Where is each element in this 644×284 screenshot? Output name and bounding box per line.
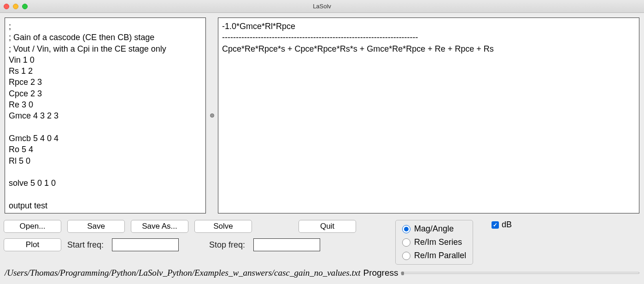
saveas-button[interactable]: Save As...	[131, 220, 188, 233]
start-freq-label: Start freq:	[67, 240, 104, 250]
radio-mag-angle[interactable]: Mag/Angle	[402, 224, 466, 234]
editor-textarea[interactable]	[5, 18, 206, 213]
progress-bar	[401, 272, 639, 274]
db-checkbox-label: dB	[502, 220, 512, 230]
filepath-label: /Users/Thomas/Programming/Python/LaSolv_…	[5, 268, 360, 278]
radio-unchecked-icon	[402, 252, 410, 260]
radio-reim-series[interactable]: Re/Im Series	[402, 237, 466, 247]
radio-checked-icon	[402, 225, 410, 233]
stop-freq-input[interactable]	[253, 238, 320, 251]
output-panel: -1.0*Gmce*Rl*Rpce ----------------------…	[218, 18, 639, 213]
open-button[interactable]: Open...	[4, 220, 61, 233]
radio-reim-parallel[interactable]: Re/Im Parallel	[402, 251, 466, 260]
radio-reim-series-label: Re/Im Series	[414, 237, 462, 247]
radio-mag-angle-label: Mag/Angle	[414, 224, 454, 234]
traffic-lights	[4, 4, 28, 9]
save-button[interactable]: Save	[67, 220, 125, 233]
minimize-icon[interactable]	[13, 4, 18, 9]
controls-area: Open... Save Save As... Solve Quit Plot …	[0, 218, 644, 266]
checkbox-checked-icon: ✓	[492, 221, 499, 229]
radio-unchecked-icon	[402, 238, 410, 247]
titlebar: LaSolv	[0, 0, 644, 13]
divider-handle-icon[interactable]	[210, 113, 214, 118]
stop-freq-label: Stop freq:	[209, 240, 245, 250]
db-checkbox[interactable]: ✓ dB	[492, 220, 512, 230]
start-freq-input[interactable]	[112, 238, 179, 251]
split-divider[interactable]	[210, 18, 214, 213]
radio-reim-parallel-label: Re/Im Parallel	[414, 251, 466, 260]
plot-mode-radio-group: Mag/Angle Re/Im Series Re/Im Parallel	[395, 220, 473, 265]
window-title: LaSolv	[313, 3, 331, 10]
close-icon[interactable]	[4, 4, 9, 9]
solve-button[interactable]: Solve	[194, 220, 252, 233]
maximize-icon[interactable]	[22, 4, 28, 9]
plot-button[interactable]: Plot	[4, 238, 61, 251]
progress-label: Progress	[363, 268, 398, 278]
quit-button[interactable]: Quit	[299, 220, 356, 233]
main-area: -1.0*Gmce*Rl*Rpce ----------------------…	[0, 13, 644, 218]
statusbar: /Users/Thomas/Programming/Python/LaSolv_…	[0, 266, 644, 279]
